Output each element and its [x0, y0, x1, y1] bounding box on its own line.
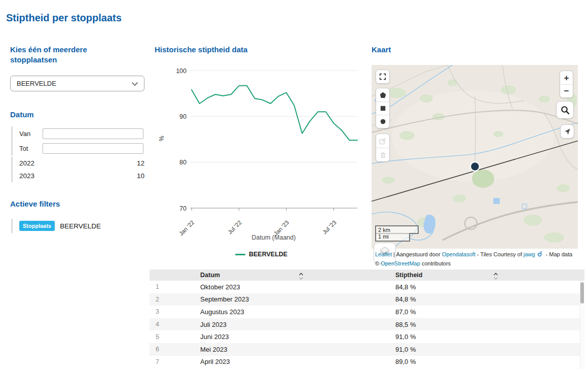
chart-y-axis-label: %	[158, 136, 165, 142]
column-label-stiptheid: Stiptheid	[395, 272, 422, 279]
table-header: Datum Stiptheid	[150, 270, 584, 281]
date-from-label: Van	[19, 130, 43, 138]
cell-stiptheid: 89,0 %	[388, 358, 580, 365]
chart-legend-item[interactable]: BEERVELDE	[235, 251, 287, 258]
legend-line-swatch	[235, 254, 245, 255]
opendatasoft-link[interactable]: Opendatasoft	[442, 251, 475, 257]
svg-text:80: 80	[179, 159, 187, 166]
zoom-out-button[interactable]: −	[560, 84, 573, 97]
row-number: 1	[150, 283, 194, 290]
stopplaats-select[interactable]: BEERVELDE	[10, 76, 144, 91]
table-row: 7April 202389,0 %	[150, 356, 580, 368]
cell-datum: April 2023	[194, 358, 388, 365]
cell-datum: Oktober 2023	[194, 283, 388, 291]
date-from-input[interactable]	[43, 128, 143, 139]
map-stop-marker[interactable]	[470, 162, 480, 171]
cell-stiptheid: 84,8 %	[388, 295, 580, 303]
search-icon	[560, 105, 570, 115]
cell-datum: Juli 2023	[194, 321, 388, 328]
column-label-datum: Datum	[200, 272, 220, 279]
row-number: 4	[150, 321, 194, 328]
cell-stiptheid: 87,0 %	[388, 308, 580, 316]
chart-x-axis-label: Datum (Maand)	[223, 234, 324, 241]
map-tiles	[372, 65, 578, 249]
cell-datum: Augustus 2023	[194, 308, 388, 316]
table-scrollbar-thumb[interactable]	[580, 282, 584, 304]
chart-series-line	[192, 86, 357, 140]
chart-heading: Historische stiptheid data	[155, 45, 247, 54]
draw-rectangle-button[interactable]	[376, 102, 389, 115]
cell-datum: Juni 2023	[194, 333, 388, 341]
map-scale-mi: 1 mi	[375, 233, 410, 242]
zoom-control: + −	[560, 71, 573, 98]
leaflet-link[interactable]: Leaflet	[375, 251, 392, 257]
draw-tools-group	[376, 88, 390, 128]
svg-text:90: 90	[179, 113, 187, 120]
row-number: 3	[150, 308, 194, 315]
openstreetmap-link[interactable]: OpenStreetMap	[381, 260, 420, 266]
attribution-contributors: contributors	[422, 260, 451, 266]
legend-series-name: BEERVELDE	[249, 251, 287, 258]
active-filter-row: Stopplaats BEERVELDE	[11, 219, 144, 233]
stop-select-heading: Kies één of meerdere stopplaatsen	[10, 45, 132, 65]
fullscreen-icon	[379, 73, 387, 81]
jawg-link[interactable]: jawg	[524, 251, 535, 257]
filter-value: BEERVELDE	[60, 222, 101, 230]
filter-badge-stopplaats[interactable]: Stopplaats	[19, 221, 55, 231]
edit-icon	[379, 137, 387, 145]
locate-arrow-icon	[563, 127, 571, 136]
polygon-icon	[379, 91, 387, 99]
table-row: 4Juli 202388,5 %	[150, 318, 580, 331]
year-facet-item-2023[interactable]: 2023 10	[19, 170, 144, 182]
year-count: 10	[137, 172, 144, 180]
sort-icon	[493, 272, 499, 281]
attribution-copyright: ©	[375, 260, 379, 266]
cell-stiptheid: 91,0 %	[388, 346, 580, 353]
draw-polygon-button[interactable]	[376, 88, 389, 102]
chevron-down-icon	[132, 79, 138, 88]
svg-text:100: 100	[176, 68, 187, 75]
table-body: 1Oktober 202384,8 %2September 202384,8 %…	[150, 281, 580, 369]
attribution-separator: |	[393, 251, 395, 257]
date-range-facet: Van Tot	[11, 126, 144, 156]
chart-gridlines	[190, 71, 357, 208]
row-number: 7	[150, 358, 194, 365]
table-row: 6Mei 202391,0 %	[150, 343, 580, 356]
table-header-datum: Datum	[194, 272, 388, 279]
attribution-map-data-text: - Map data	[546, 251, 573, 257]
edit-shape-button[interactable]	[376, 134, 389, 148]
row-number: 2	[150, 296, 194, 303]
year-facet-item-2022[interactable]: 2022 12	[19, 157, 144, 170]
cell-stiptheid: 91,0 %	[388, 333, 580, 341]
cell-stiptheid: 84,8 %	[388, 283, 580, 291]
rectangle-icon	[379, 105, 387, 112]
map-search-button[interactable]	[556, 101, 574, 119]
table-row: 5Juni 202391,0 %	[150, 330, 580, 343]
table-row: 1Oktober 202384,8 %	[150, 281, 580, 293]
locate-button[interactable]	[560, 124, 574, 139]
map-canvas[interactable]: + − 2 km 1 mi	[372, 65, 578, 249]
delete-shape-button[interactable]	[376, 148, 389, 161]
draw-circle-button[interactable]	[376, 115, 389, 128]
svg-text:Jan '22: Jan '22	[178, 219, 195, 237]
table-row: 2September 202384,8 %	[150, 293, 580, 306]
table-row: 3Augustus 202387,0 %	[150, 306, 580, 318]
year-label: 2023	[19, 172, 34, 180]
year-label: 2022	[19, 159, 34, 167]
table-header-stiptheid: Stiptheid	[388, 272, 582, 279]
zoom-in-button[interactable]: +	[560, 71, 573, 84]
active-filters-heading: Actieve filters	[10, 199, 60, 208]
date-to-input[interactable]	[43, 143, 143, 154]
fullscreen-button[interactable]	[376, 70, 390, 84]
svg-text:70: 70	[179, 205, 187, 212]
plus-icon: +	[564, 74, 569, 82]
year-count: 12	[137, 159, 144, 167]
map-heading: Kaart	[372, 45, 391, 54]
attribution-powered-by: Aangestuurd door	[396, 251, 440, 257]
jawg-icon	[537, 251, 543, 260]
page-title: Stiptheid per stopplaats	[6, 12, 122, 24]
year-facet: 2022 12 2023 10	[11, 157, 144, 182]
chart-x-ticks: Jan '22Jul '22Jan '23Jul '23	[178, 208, 338, 237]
edit-tools-group	[376, 133, 390, 162]
svg-text:Jul '22: Jul '22	[227, 219, 243, 236]
